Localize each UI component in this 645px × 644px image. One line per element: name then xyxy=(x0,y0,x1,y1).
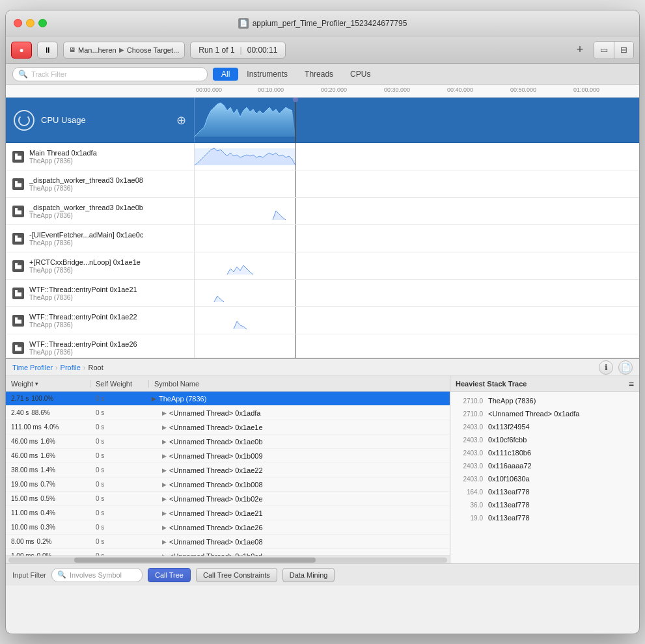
traffic-lights xyxy=(14,19,47,27)
filter-tabs: All Instruments Threads CPUs xyxy=(213,68,379,81)
cpu-chart-svg xyxy=(195,98,639,142)
export-button[interactable]: 📄 xyxy=(618,360,633,375)
list-item[interactable]: 2710.0 <Unnamed Thread> 0x1adfa xyxy=(450,407,639,420)
breadcrumb-item-2[interactable]: Profile xyxy=(61,364,81,371)
thread-name-area: WTF::Thread::entryPoint 0x1ae26 TheApp (… xyxy=(29,340,137,356)
cpu-icon xyxy=(14,110,34,131)
thread-label: Main Thread 0x1adfa TheApp (7836) xyxy=(6,143,195,170)
self-header-label: Self Weight xyxy=(96,380,132,388)
list-item[interactable]: 2403.0 0x10f10630a xyxy=(450,472,639,485)
thread-row[interactable]: WTF::Thread::entryPoint 0x1ae21 TheApp (… xyxy=(6,280,639,307)
breadcrumb-sep-2: › xyxy=(83,364,86,371)
table-row[interactable]: 46.00 ms 1.6% 0 s ▶ <Unnamed Thread> 0x1… xyxy=(6,449,450,463)
stack-value: 36.0 xyxy=(457,502,483,509)
target-selector[interactable]: 🖥 Man...heren ▶ Choose Target... xyxy=(63,42,185,59)
thread-sub: TheApp (7836) xyxy=(29,349,137,356)
stack-symbol: 0x116aaaa72 xyxy=(488,462,532,470)
thread-name: -[UIEventFetcher...adMain] 0x1ae0c xyxy=(29,231,143,239)
list-item[interactable]: 164.0 0x113eaf778 xyxy=(450,485,639,498)
table-row[interactable]: 11.00 ms 0.4% 0 s ▶ <Unnamed Thread> 0x1… xyxy=(6,506,450,520)
cpu-title: CPU Usage xyxy=(41,115,86,125)
td-weight: 46.00 ms 1.6% xyxy=(6,438,90,445)
bottom-bar: Input Filter 🔍 Involves Symbol Call Tree… xyxy=(6,563,639,585)
tree-expand-icon[interactable]: ▶ xyxy=(162,438,167,445)
thread-row[interactable]: +[RCTCxxBridge...nLoop] 0x1ae1e TheApp (… xyxy=(6,252,639,280)
tree-expand-icon[interactable]: ▶ xyxy=(152,396,156,402)
list-item[interactable]: 2403.0 0x111c180b6 xyxy=(450,446,639,459)
thread-row[interactable]: _dispatch_worker_thread3 0x1ae08 TheApp … xyxy=(6,170,639,198)
list-item[interactable]: 2403.0 0x116aaaa72 xyxy=(450,459,639,472)
table-row[interactable]: 19.00 ms 0.7% 0 s ▶ <Unnamed Thread> 0x1… xyxy=(6,477,450,492)
close-button[interactable] xyxy=(14,19,22,27)
cpu-usage-track: CPU Usage ⊕ xyxy=(6,98,639,143)
tab-instruments[interactable]: Instruments xyxy=(238,68,296,81)
thread-label: _dispatch_worker_thread3 0x1ae0b TheApp … xyxy=(6,198,195,224)
list-item[interactable]: 2710.0 TheApp (7836) xyxy=(450,394,639,407)
td-sym: ▶ <Unnamed Thread> 0x1adfa xyxy=(149,409,450,417)
involves-symbol-field[interactable]: 🔍 Involves Symbol xyxy=(51,568,143,582)
list-item[interactable]: 2403.0 0x10cf6fcbb xyxy=(450,433,639,446)
pause-button[interactable]: ⏸ xyxy=(37,42,58,59)
tree-expand-icon[interactable]: ▶ xyxy=(162,467,167,474)
tree-expand-icon[interactable]: ▶ xyxy=(162,496,167,502)
thread-label: _dispatch_worker_thread3 0x1ae08 TheApp … xyxy=(6,170,195,197)
thread-chart xyxy=(195,307,639,334)
maximize-button[interactable] xyxy=(38,19,47,27)
tree-expand-icon[interactable]: ▶ xyxy=(162,424,167,431)
thread-name: Main Thread 0x1adfa xyxy=(29,149,97,157)
table-row[interactable]: 111.00 ms 4.0% 0 s ▶ <Unnamed Thread> 0x… xyxy=(6,420,450,435)
tree-expand-icon[interactable]: ▶ xyxy=(162,453,167,459)
thread-name-area: WTF::Thread::entryPoint 0x1ae21 TheApp (… xyxy=(29,286,137,301)
symbol-header-label: Symbol Name xyxy=(154,380,199,388)
tree-expand-icon[interactable]: ▶ xyxy=(162,524,167,531)
thread-chart-svg xyxy=(195,198,639,224)
add-instrument-button[interactable]: + xyxy=(571,42,588,59)
table-row[interactable]: 46.00 ms 1.6% 0 s ▶ <Unnamed Thread> 0x1… xyxy=(6,435,450,449)
td-self: 0 s xyxy=(90,452,149,459)
table-row[interactable]: 38.00 ms 1.4% 0 s ▶ <Unnamed Thread> 0x1… xyxy=(6,463,450,477)
record-button[interactable]: ● xyxy=(11,42,32,59)
thread-row[interactable]: Main Thread 0x1adfa TheApp (7836) xyxy=(6,143,639,170)
data-mining-button[interactable]: Data Mining xyxy=(282,568,335,582)
info-button[interactable]: ℹ xyxy=(599,360,613,375)
thread-row[interactable]: WTF::Thread::entryPoint 0x1ae26 TheApp (… xyxy=(6,334,639,358)
threads-area: Main Thread 0x1adfa TheApp (7836) xyxy=(6,143,639,358)
table-row[interactable]: 2.40 s 88.6% 0 s ▶ <Unnamed Thread> 0x1a… xyxy=(6,406,450,420)
tab-all[interactable]: All xyxy=(213,68,238,81)
list-item[interactable]: 19.0 0x113eaf778 xyxy=(450,511,639,524)
horizontal-scrollbar[interactable] xyxy=(6,556,450,563)
table-row[interactable]: 8.00 ms 0.2% 0 s ▶ <Unnamed Thread> 0x1a… xyxy=(6,535,450,549)
cpu-add-button[interactable]: ⊕ xyxy=(176,113,186,127)
tree-expand-icon[interactable]: ▶ xyxy=(162,481,167,488)
table-header: Weight ▾ Self Weight Symbol Name xyxy=(6,376,450,392)
table-row[interactable]: 10.00 ms 0.3% 0 s ▶ <Unnamed Thread> 0x1… xyxy=(6,520,450,535)
track-filter-field[interactable]: 🔍 Track Filter xyxy=(12,67,208,81)
call-tree-button[interactable]: Call Tree xyxy=(148,568,191,582)
table-row[interactable]: 15.00 ms 0.5% 0 s ▶ <Unnamed Thread> 0x1… xyxy=(6,492,450,506)
tab-threads[interactable]: Threads xyxy=(296,68,342,81)
th-weight[interactable]: Weight ▾ xyxy=(6,380,90,388)
view-split-2[interactable]: ⊟ xyxy=(614,42,633,59)
tab-cpus[interactable]: CPUs xyxy=(342,68,379,81)
scrollbar-thumb[interactable] xyxy=(74,557,316,563)
call-tree-constraints-button[interactable]: Call Tree Constraints xyxy=(196,568,277,582)
thread-row[interactable]: WTF::Thread::entryPoint 0x1ae22 TheApp (… xyxy=(6,307,639,334)
thread-row[interactable]: -[UIEventFetcher...adMain] 0x1ae0c TheAp… xyxy=(6,225,639,252)
table-row[interactable]: 2.71 s 100.0% 0 s ▶ TheApp (7836) xyxy=(6,392,450,406)
th-self[interactable]: Self Weight xyxy=(90,380,149,388)
tree-expand-icon[interactable]: ▶ xyxy=(162,410,167,416)
stack-options-icon[interactable]: ≡ xyxy=(629,379,634,389)
minimize-button[interactable] xyxy=(26,19,34,27)
view-split-1[interactable]: ▭ xyxy=(594,42,614,59)
tree-expand-icon[interactable]: ▶ xyxy=(162,539,167,545)
list-item[interactable]: 36.0 0x113eaf778 xyxy=(450,498,639,511)
tree-expand-icon[interactable]: ▶ xyxy=(162,510,167,517)
breadcrumb-item-1[interactable]: Time Profiler xyxy=(12,364,53,371)
td-self: 0 s xyxy=(90,524,149,531)
time-tick-0: 00:00.000 xyxy=(196,85,222,93)
cpu-label: CPU Usage ⊕ xyxy=(6,98,195,142)
list-item[interactable]: 2403.0 0x113f24954 xyxy=(450,420,639,433)
table-row[interactable]: 1.00 ms 0.0% 0 s ▶ <Unnamed Thread> 0x1b… xyxy=(6,549,450,556)
thread-row[interactable]: _dispatch_worker_thread3 0x1ae0b TheApp … xyxy=(6,198,639,225)
thread-sub: TheApp (7836) xyxy=(29,185,143,192)
